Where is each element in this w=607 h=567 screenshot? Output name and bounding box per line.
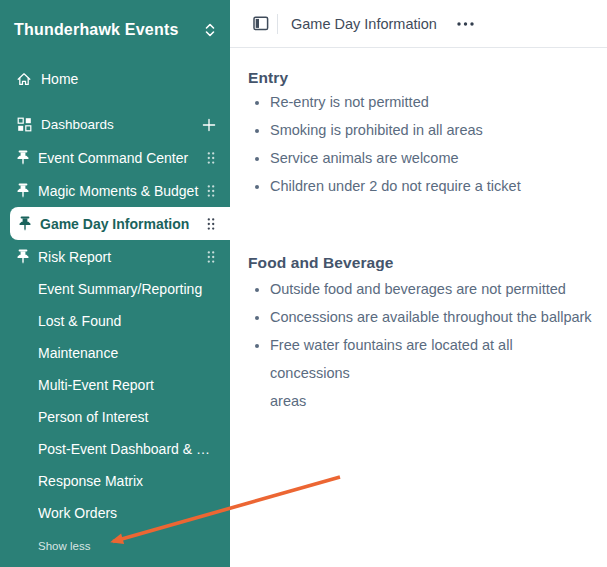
unfold-chevrons-icon[interactable] — [204, 22, 216, 38]
header-divider — [277, 14, 278, 34]
panel-left-icon[interactable] — [253, 16, 269, 31]
sidebar-item-lost-and-found[interactable]: Lost & Found — [0, 305, 230, 337]
sidebar-item-label: Game Day Information — [40, 216, 206, 232]
sidebar-item-label: Lost & Found — [38, 313, 216, 329]
sidebar-item-person-of-interest[interactable]: Person of Interest — [0, 401, 230, 433]
sidebar-item-magic-moments-budget[interactable]: Magic Moments & Budget — [0, 174, 230, 207]
sidebar: Thunderhawk Events Home Dashboards — [0, 0, 230, 567]
sidebar-header: Thunderhawk Events — [0, 0, 230, 44]
sidebar-item-maintenance[interactable]: Maintenance — [0, 337, 230, 369]
bullet-item: Service animals are welcome — [270, 144, 595, 172]
plus-icon[interactable] — [202, 118, 216, 132]
drag-handle-icon[interactable] — [206, 184, 216, 198]
pin-icon — [16, 249, 29, 265]
pin-icon — [16, 183, 29, 199]
drag-handle-icon[interactable] — [206, 151, 216, 165]
sidebar-item-risk-report[interactable]: Risk Report — [0, 240, 230, 273]
bullet-item: Free water fountains are located at all … — [270, 331, 595, 415]
sidebar-item-label: Dashboards — [41, 117, 202, 132]
show-less-link[interactable]: Show less — [0, 535, 230, 557]
sidebar-item-post-event-dashboard-report[interactable]: Post-Event Dashboard & Report — [0, 433, 230, 465]
sidebar-item-dashboards[interactable]: Dashboards — [0, 108, 230, 141]
sidebar-item-work-orders[interactable]: Work Orders — [0, 497, 230, 529]
content-header: Game Day Information — [230, 0, 607, 48]
bullet-list: Outside food and beverages are not permi… — [248, 275, 595, 415]
sidebar-item-label: Work Orders — [38, 505, 216, 521]
bullet-item: Re-entry is not permitted — [270, 88, 595, 116]
sidebar-item-label: Magic Moments & Budget — [38, 183, 206, 199]
bullet-item: Children under 2 do not require a ticket — [270, 172, 595, 200]
section-heading: Entry — [248, 69, 595, 87]
sidebar-item-label: Multi-Event Report — [38, 377, 216, 393]
sidebar-item-label: Response Matrix — [38, 473, 216, 489]
pin-icon — [18, 216, 31, 232]
bullet-list: Re-entry is not permitted Smoking is pro… — [248, 88, 595, 200]
sidebar-item-label: Maintenance — [38, 345, 216, 361]
sidebar-item-label: Event Summary/Reporting — [38, 281, 216, 297]
section-food-and-beverage: Food and Beverage Outside food and bever… — [230, 254, 607, 415]
sidebar-item-home[interactable]: Home — [0, 62, 230, 95]
sidebar-item-response-matrix[interactable]: Response Matrix — [0, 465, 230, 497]
sidebar-item-label: Event Command Center — [38, 150, 206, 166]
sidebar-item-label: Risk Report — [38, 249, 206, 265]
ellipsis-icon[interactable] — [452, 17, 479, 31]
page-title: Game Day Information — [291, 16, 437, 32]
sidebar-item-event-command-center[interactable]: Event Command Center — [0, 141, 230, 174]
bullet-item: Smoking is prohibited in all areas — [270, 116, 595, 144]
app-title: Thunderhawk Events — [14, 21, 179, 39]
home-icon — [16, 71, 32, 87]
sidebar-item-event-summary-reporting[interactable]: Event Summary/Reporting — [0, 273, 230, 305]
sidebar-item-label: Person of Interest — [38, 409, 216, 425]
dashboards-grid-icon — [16, 117, 32, 132]
section-heading: Food and Beverage — [248, 254, 595, 272]
pin-icon — [16, 150, 29, 166]
bullet-item: Concessions are available throughout the… — [270, 303, 595, 331]
sidebar-item-multi-event-report[interactable]: Multi-Event Report — [0, 369, 230, 401]
sidebar-item-label: Home — [41, 71, 216, 87]
sidebar-item-game-day-information[interactable]: Game Day Information — [10, 207, 230, 240]
main-content: Game Day Information Entry Re-entry is n… — [230, 0, 607, 567]
sidebar-item-label: Post-Event Dashboard & Report — [38, 441, 216, 457]
section-entry: Entry Re-entry is not permitted Smoking … — [230, 69, 607, 200]
drag-handle-icon[interactable] — [206, 250, 216, 264]
bullet-item: Outside food and beverages are not permi… — [270, 275, 595, 303]
drag-handle-icon[interactable] — [206, 217, 216, 231]
